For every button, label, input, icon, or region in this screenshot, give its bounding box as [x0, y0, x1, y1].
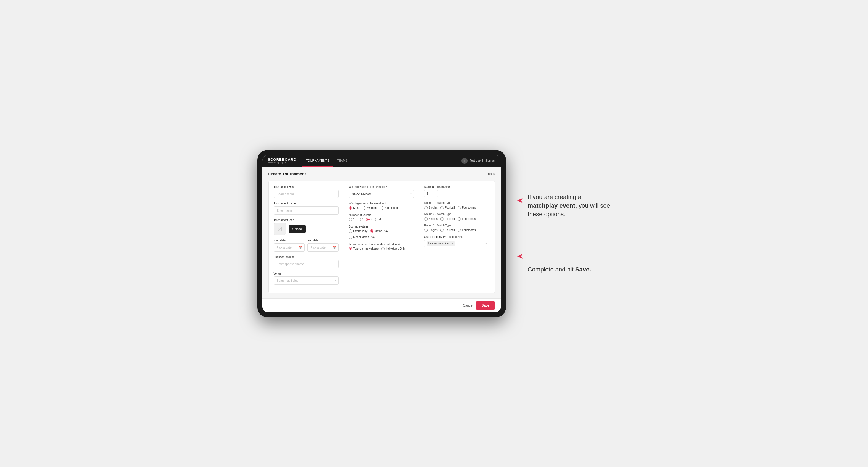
rounds-4[interactable]: 4 [375, 218, 381, 221]
scoring-match-label: Match Play [374, 229, 388, 232]
division-label: Which division is the event for? [349, 185, 414, 188]
round1-fourball[interactable]: Fourball [440, 206, 455, 209]
rounds-1-radio[interactable] [349, 218, 352, 221]
rounds-4-label: 4 [379, 218, 381, 221]
gender-mens[interactable]: Mens [349, 206, 360, 210]
nav-tournaments[interactable]: TOURNAMENTS [302, 155, 333, 166]
brand: SCOREBOARD Powered by clippit [268, 158, 297, 163]
gender-mens-radio[interactable] [349, 206, 352, 210]
round3-fourball-radio[interactable] [440, 229, 444, 232]
annotations: ➤ If you are creating a matchplay event,… [517, 193, 611, 274]
gender-womens[interactable]: Womens [363, 206, 378, 210]
save-button[interactable]: Save [476, 301, 495, 310]
gender-group: Which gender is the event for? Mens Wome… [349, 202, 414, 210]
annotation-bottom: ➤ Complete and hit Save. [517, 249, 611, 274]
start-date-wrapper: 📅 [274, 243, 305, 252]
rounds-3-radio[interactable] [366, 218, 370, 221]
division-select[interactable]: NCAA Division I NCAA Division II NCAA Di… [349, 190, 414, 198]
start-date-group: Start date 📅 [274, 239, 305, 252]
api-tag-close-icon[interactable]: × [451, 242, 453, 245]
tournament-logo-group: Tournament logo Upload [274, 218, 339, 235]
scoring-stroke-radio[interactable] [349, 229, 352, 233]
teams-individuals-radio[interactable] [381, 247, 385, 250]
round1-singles[interactable]: Singles [424, 206, 438, 209]
gender-combined[interactable]: Combined [381, 206, 398, 210]
logo-upload-area: Upload [274, 223, 339, 235]
teams-both[interactable]: Teams (+Individuals) [349, 247, 379, 250]
teams-individuals[interactable]: Individuals Only [381, 247, 405, 250]
rounds-4-radio[interactable] [375, 218, 378, 221]
page-header: Create Tournament ← Back [269, 172, 495, 176]
round1-foursomes-radio[interactable] [458, 206, 461, 209]
api-select-display[interactable]: Leaderboard King × ▾ [424, 240, 490, 247]
rounds-3[interactable]: 3 [366, 218, 372, 221]
scoring-stroke[interactable]: Stroke Play [349, 229, 367, 233]
teams-label: Is this event for Teams and/or Individua… [349, 243, 414, 246]
rounds-2-radio[interactable] [358, 218, 361, 221]
scoring-radio-group: Stroke Play Match Play Medal Match Play [349, 229, 414, 239]
start-date-input[interactable] [274, 243, 305, 252]
outer-wrapper: SCOREBOARD Powered by clippit TOURNAMENT… [241, 150, 627, 317]
tournament-name-input[interactable] [274, 206, 339, 215]
max-team-size-input[interactable] [424, 190, 438, 197]
round2-singles-radio[interactable] [424, 217, 428, 221]
gender-womens-label: Womens [367, 206, 378, 209]
form-col-2: Which division is the event for? NCAA Di… [344, 181, 419, 293]
back-button[interactable]: ← Back [484, 172, 495, 175]
round3-section: Round 3 - Match Type Singles Fourball [424, 224, 490, 232]
content-area: Create Tournament ← Back Tournament Host… [262, 166, 501, 298]
gender-womens-radio[interactable] [363, 206, 366, 210]
end-date-input[interactable] [307, 243, 339, 252]
rounds-2[interactable]: 2 [358, 218, 364, 221]
scoring-match[interactable]: Match Play [370, 229, 388, 233]
form-footer: Cancel Save [262, 298, 501, 312]
scoring-match-radio[interactable] [370, 229, 373, 233]
sponsor-label: Sponsor (optional) [274, 255, 339, 258]
upload-button[interactable]: Upload [288, 225, 306, 233]
round1-singles-label: Singles [429, 206, 438, 209]
round1-singles-radio[interactable] [424, 206, 428, 209]
round2-fourball-radio[interactable] [440, 217, 444, 221]
round1-radio-group: Singles Fourball Foursomes [424, 206, 490, 209]
date-row: Start date 📅 End date 📅 [274, 239, 339, 252]
round3-foursomes[interactable]: Foursomes [458, 229, 476, 232]
round3-fourball[interactable]: Fourball [440, 229, 455, 232]
max-team-size-group: Maximum Team Size [424, 185, 490, 197]
scoring-medal-radio[interactable] [349, 236, 352, 239]
annotation-bottom-text: Complete and hit Save. [528, 266, 591, 274]
sponsor-group: Sponsor (optional) [274, 255, 339, 268]
round2-foursomes[interactable]: Foursomes [458, 217, 476, 221]
sponsor-input[interactable] [274, 260, 339, 268]
round2-foursomes-radio[interactable] [458, 217, 461, 221]
round2-singles[interactable]: Singles [424, 217, 438, 221]
end-date-wrapper: 📅 [307, 243, 339, 252]
teams-both-radio[interactable] [349, 247, 352, 250]
round1-foursomes[interactable]: Foursomes [458, 206, 476, 209]
arrow-right-top: ➤ [517, 196, 523, 205]
venue-input[interactable] [274, 276, 339, 285]
gender-combined-radio[interactable] [381, 206, 384, 210]
scoring-stroke-label: Stroke Play [353, 229, 367, 232]
round3-singles[interactable]: Singles [424, 229, 438, 232]
end-date-label: End date [307, 239, 339, 242]
gender-label: Which gender is the event for? [349, 202, 414, 205]
scoring-medal[interactable]: Medal Match Play [349, 236, 375, 239]
round2-fourball[interactable]: Fourball [440, 217, 455, 221]
teams-individuals-label: Individuals Only [386, 247, 405, 250]
round3-singles-radio[interactable] [424, 229, 428, 232]
rounds-1[interactable]: 1 [349, 218, 355, 221]
tournament-logo-label: Tournament logo [274, 218, 339, 221]
round1-fourball-radio[interactable] [440, 206, 444, 209]
signout-link[interactable]: Sign out [485, 159, 495, 162]
round2-fourball-label: Fourball [445, 217, 455, 220]
nav-teams[interactable]: TEAMS [333, 155, 351, 166]
round3-foursomes-radio[interactable] [458, 229, 461, 232]
round2-singles-label: Singles [429, 217, 438, 220]
rounds-group: Number of rounds 1 2 [349, 214, 414, 221]
cancel-button[interactable]: Cancel [463, 304, 473, 307]
nav-right: T Test User | Sign out [462, 158, 495, 164]
teams-radio-group: Teams (+Individuals) Individuals Only [349, 247, 414, 250]
end-date-group: End date 📅 [307, 239, 339, 252]
tournament-host-input[interactable] [274, 190, 339, 198]
arrow-right-bottom: ➤ [517, 252, 523, 261]
